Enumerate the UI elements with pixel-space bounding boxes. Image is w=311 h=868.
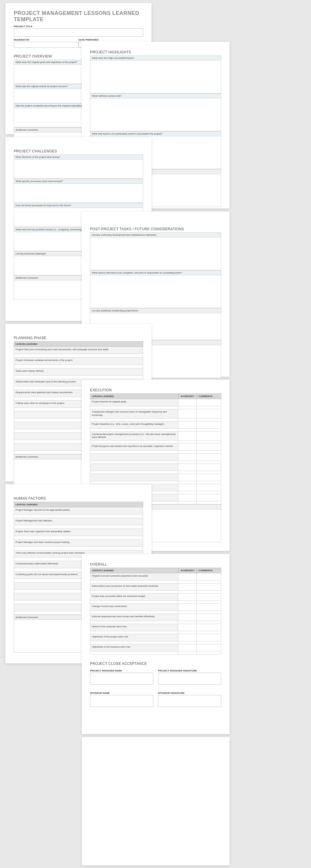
section-post-heading: POST-PROJECT TASKS / FUTURE CONSIDERATIO… xyxy=(90,227,221,231)
post-q1: List any continuing development and main… xyxy=(90,232,221,238)
lesson-learned-cell xyxy=(90,454,178,461)
table-row: Project Plans and Scheduling were well-d… xyxy=(14,347,143,354)
comments-cell[interactable] xyxy=(197,474,221,481)
overall-table: Original cost and schedule projections w… xyxy=(90,573,221,654)
lesson-learned-cell: Project Schedule contained all elements … xyxy=(14,358,143,365)
table-row xyxy=(90,454,221,461)
challenges-q2: What specific processes need improvement… xyxy=(14,179,143,184)
lesson-learned-cell: External dependencies were known and han… xyxy=(90,614,178,621)
lesson-learned-cell: Project Management was effective. xyxy=(14,518,143,525)
lesson-learned-cell: Project baselines (i.e., time, scope, co… xyxy=(90,422,178,429)
table-row-gap[interactable] xyxy=(14,365,143,368)
achieved-cell[interactable] xyxy=(178,644,197,651)
input-sp-sig[interactable] xyxy=(158,695,221,707)
label-pm-name: PROJECT MANAGER NAME xyxy=(90,669,153,672)
achieved-cell[interactable] xyxy=(178,474,197,481)
input-pm-name[interactable] xyxy=(90,673,153,685)
achieved-cell[interactable] xyxy=(178,399,197,406)
table-row: Objectives of the project were met. xyxy=(90,634,221,641)
lesson-learned-cell: Project Team was organized and adequatel… xyxy=(14,529,143,536)
comments-cell[interactable] xyxy=(197,484,221,491)
lesson-learned-cell: Objectives of the business were met. xyxy=(90,644,178,651)
input-sp-name[interactable] xyxy=(90,695,153,707)
table-row-gap[interactable] xyxy=(14,525,143,529)
comments-cell[interactable] xyxy=(197,624,221,631)
comments-cell[interactable] xyxy=(197,443,221,451)
lesson-learned-cell xyxy=(90,464,178,471)
table-row: Original cost and schedule projections w… xyxy=(90,573,221,581)
table-row: Project Team was organized and adequatel… xyxy=(14,529,143,536)
label-date-prepared: DATE PREPARED xyxy=(79,38,143,41)
table-row-gap[interactable] xyxy=(14,354,143,358)
comments-cell[interactable] xyxy=(197,464,221,471)
comments-cell[interactable] xyxy=(197,583,221,591)
achieved-cell[interactable] xyxy=(178,443,197,451)
challenges-q1: What elements of the project went wrong? xyxy=(14,155,143,160)
overall-thead: LESSON LEARNED ACHIEVED? COMMENTS xyxy=(90,568,221,573)
section-overall-heading: OVERALL xyxy=(90,562,221,566)
comments-cell[interactable] xyxy=(197,634,221,641)
table-row: Project reached its original goals. xyxy=(90,399,221,406)
comments-cell[interactable] xyxy=(197,644,221,651)
challenges-a2[interactable] xyxy=(14,184,143,203)
table-row: Project progress was tracked and reporte… xyxy=(90,443,221,451)
input-project-title[interactable] xyxy=(14,28,143,37)
achieved-cell[interactable] xyxy=(178,604,197,611)
comments-cell[interactable] xyxy=(197,409,221,418)
achieved-cell[interactable] xyxy=(178,594,197,601)
achieved-cell[interactable] xyxy=(178,422,197,429)
label-project-title: PROJECT TITLE xyxy=(14,25,143,28)
highlights-a2[interactable] xyxy=(90,98,221,131)
table-row-gap[interactable] xyxy=(14,547,143,550)
comments-cell[interactable] xyxy=(197,454,221,461)
table-row-gap[interactable] xyxy=(14,515,143,518)
achieved-cell[interactable] xyxy=(178,624,197,631)
achieved-cell[interactable] xyxy=(178,484,197,491)
challenges-a1[interactable] xyxy=(14,160,143,179)
achieved-cell[interactable] xyxy=(178,614,197,621)
achieved-cell[interactable] xyxy=(178,583,197,591)
post-a2[interactable] xyxy=(90,275,221,308)
comments-cell[interactable] xyxy=(197,594,221,601)
section-execution-heading: EXECUTION xyxy=(90,388,221,392)
comments-cell[interactable] xyxy=(197,604,221,611)
human-th: LESSON LEARNED xyxy=(14,502,143,507)
planning-th: LESSON LEARNED xyxy=(14,341,143,347)
achieved-cell[interactable] xyxy=(178,409,197,418)
lesson-learned-cell: Needs of the customer were met. xyxy=(90,624,178,631)
achieved-cell[interactable] xyxy=(178,432,197,441)
achieved-cell[interactable] xyxy=(178,573,197,581)
label-sp-sig: SPONSOR SIGNATURE xyxy=(158,692,221,694)
input-moderator[interactable] xyxy=(14,42,79,48)
lesson-learned-cell: Project Manager and team received proper… xyxy=(14,539,143,547)
comments-cell[interactable] xyxy=(197,422,221,429)
table-row-gap[interactable] xyxy=(14,375,143,379)
comments-cell[interactable] xyxy=(197,432,221,441)
achieved-cell[interactable] xyxy=(178,494,197,501)
lesson-learned-cell: Project progress was tracked and reporte… xyxy=(90,443,178,451)
label-sp-name: SPONSOR NAME xyxy=(90,692,153,694)
comments-cell[interactable] xyxy=(197,399,221,406)
section-close-heading: PROJECT CLOSE ACCEPTANCE xyxy=(90,661,221,666)
input-pm-sig[interactable] xyxy=(158,673,221,685)
page-blank xyxy=(82,737,229,865)
post-a1[interactable] xyxy=(90,238,221,270)
section-challenges-heading: PROJECT CHALLENGES xyxy=(14,149,143,153)
comments-cell[interactable] xyxy=(197,494,221,501)
table-row: Objectives of the business were met. xyxy=(90,644,221,651)
lesson-learned-cell: Unexpected changes that occurred were of… xyxy=(90,409,178,418)
table-row-gap[interactable] xyxy=(14,536,143,539)
achieved-cell[interactable] xyxy=(178,634,197,641)
post-q3: List any additional outstanding project … xyxy=(90,308,221,313)
table-row: Project baselines (i.e., time, scope, co… xyxy=(90,422,221,429)
highlights-a1[interactable] xyxy=(90,61,221,93)
execution-thead: LESSON LEARNED ACHIEVED? COMMENTS xyxy=(90,394,221,399)
lesson-learned-cell: Project Manager reported to the appropri… xyxy=(14,507,143,515)
table-row: External dependencies were known and han… xyxy=(90,614,221,621)
section-human-heading: HUMAN FACTORS xyxy=(14,496,143,500)
achieved-cell[interactable] xyxy=(178,454,197,461)
comments-cell[interactable] xyxy=(197,614,221,621)
table-row: Project Manager reported to the appropri… xyxy=(14,507,143,515)
achieved-cell[interactable] xyxy=(178,464,197,471)
comments-cell[interactable] xyxy=(197,573,221,581)
